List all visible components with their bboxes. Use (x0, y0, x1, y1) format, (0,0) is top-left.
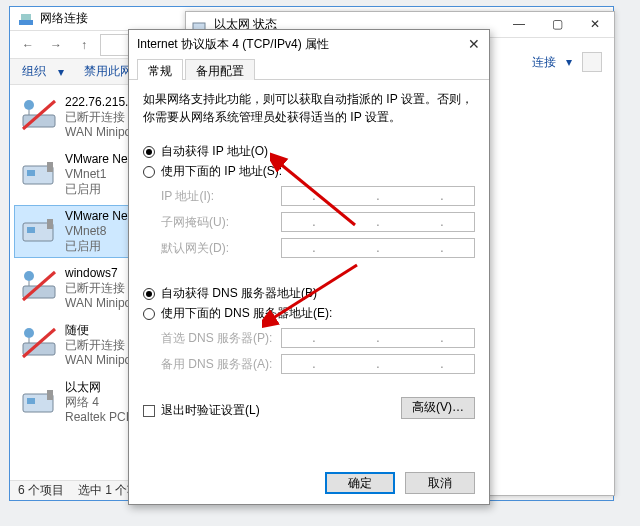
up-button[interactable]: ↑ (72, 33, 96, 57)
connect-label: 连接 (532, 54, 556, 71)
ip-auto-radio[interactable]: 自动获得 IP 地址(O) (143, 143, 475, 160)
minimize-button[interactable]: ― (500, 12, 538, 36)
gateway-label: 默认网关(D): (161, 240, 281, 257)
ipv4-properties-dialog: Internet 协议版本 4 (TCP/IPv4) 属性 ✕ 常规 备用配置 … (128, 29, 490, 505)
nic-icon (19, 152, 59, 192)
pref-dns-label: 首选 DNS 服务器(P): (161, 330, 281, 347)
alt-dns-input: ... (281, 354, 475, 374)
checkbox-icon (143, 405, 155, 417)
dialog-titlebar[interactable]: Internet 协议版本 4 (TCP/IPv4) 属性 (129, 30, 489, 58)
modem-icon (19, 323, 59, 363)
svg-rect-17 (27, 227, 35, 233)
radio-icon (143, 308, 155, 320)
alt-dns-label: 备用 DNS 服务器(A): (161, 356, 281, 373)
status-count: 6 个项目 (18, 482, 64, 499)
ip-manual-radio[interactable]: 使用下面的 IP 地址(S): (143, 163, 475, 180)
svg-rect-28 (27, 398, 35, 404)
nic-icon (19, 209, 59, 249)
tab-strip: 常规 备用配置 (129, 58, 489, 80)
intro-text: 如果网络支持此功能，则可以获取自动指派的 IP 设置。否则，你需要从网络系统管理… (143, 90, 475, 126)
dns-fields-group: 首选 DNS 服务器(P):... 备用 DNS 服务器(A):... (143, 328, 475, 386)
dns-auto-radio[interactable]: 自动获得 DNS 服务器地址(B) (143, 285, 475, 302)
validate-checkbox[interactable]: 退出时验证设置(L) (143, 402, 260, 419)
svg-point-10 (24, 100, 34, 110)
ip-address-label: IP 地址(I): (161, 188, 281, 205)
organize-menu[interactable]: 组织 (18, 63, 50, 80)
maximize-button[interactable]: ▢ (538, 12, 576, 36)
ip-fields-group: IP 地址(I):... 子网掩码(U):... 默认网关(D):... (143, 186, 475, 270)
forward-button[interactable]: → (44, 33, 68, 57)
svg-point-20 (24, 271, 34, 281)
window-title: 网络连接 (40, 10, 88, 27)
dns-radio-group: 自动获得 DNS 服务器地址(B) 使用下面的 DNS 服务器地址(E): (143, 280, 475, 322)
dns-manual-radio[interactable]: 使用下面的 DNS 服务器地址(E): (143, 305, 475, 322)
svg-rect-1 (21, 14, 31, 20)
tab-general[interactable]: 常规 (137, 59, 183, 80)
gateway-input: ... (281, 238, 475, 258)
svg-point-24 (24, 328, 34, 338)
subnet-label: 子网掩码(U): (161, 214, 281, 231)
pref-dns-input: ... (281, 328, 475, 348)
tab-alternate[interactable]: 备用配置 (185, 59, 255, 80)
advanced-button[interactable]: 高级(V)… (401, 397, 475, 419)
svg-rect-29 (47, 390, 53, 400)
close-button[interactable]: ✕ (576, 12, 614, 36)
radio-icon (143, 166, 155, 178)
radio-icon (143, 146, 155, 158)
dialog-title: Internet 协议版本 4 (TCP/IPv4) 属性 (137, 36, 329, 53)
cancel-button[interactable]: 取消 (405, 472, 475, 494)
ip-radio-group: 自动获得 IP 地址(O) 使用下面的 IP 地址(S): (143, 138, 475, 180)
subnet-input: ... (281, 212, 475, 232)
ip-address-input: ... (281, 186, 475, 206)
svg-rect-0 (19, 20, 33, 25)
back-button[interactable]: ← (16, 33, 40, 57)
svg-rect-15 (47, 162, 53, 172)
modem-icon (19, 95, 59, 135)
network-icon (18, 11, 34, 27)
svg-rect-14 (27, 170, 35, 176)
modem-icon (19, 266, 59, 306)
unknown-button[interactable] (582, 52, 602, 72)
close-button[interactable]: ✕ (463, 34, 485, 54)
radio-icon (143, 288, 155, 300)
nic-icon (19, 380, 59, 420)
svg-rect-18 (47, 219, 53, 229)
ok-button[interactable]: 确定 (325, 472, 395, 494)
